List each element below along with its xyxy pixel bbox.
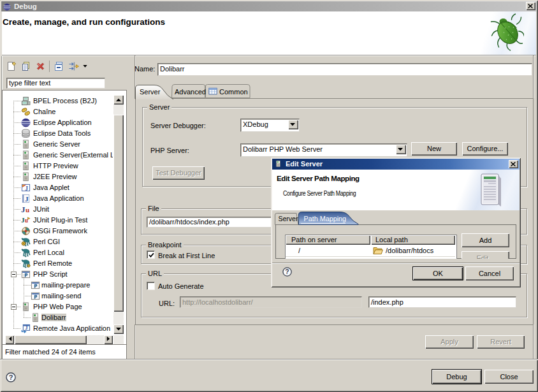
- svg-text:Server: Server: [140, 88, 161, 96]
- svg-text:Common: Common: [219, 88, 248, 96]
- svg-text:Path Mapping: Path Mapping: [304, 215, 347, 222]
- svg-text:Server: Server: [279, 215, 298, 222]
- svg-text:Advanced: Advanced: [175, 88, 206, 96]
